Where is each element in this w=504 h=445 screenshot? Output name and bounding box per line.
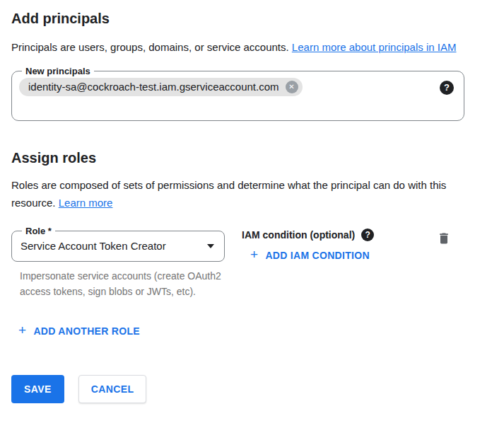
chip-remove-icon[interactable]: ✕ <box>286 81 298 93</box>
principals-help-icon[interactable]: ? <box>440 81 454 95</box>
trash-icon <box>437 231 451 245</box>
iam-condition-help-icon[interactable]: ? <box>361 229 374 241</box>
principal-chip: identity-sa@cockroach-test.iam.gservicea… <box>19 78 303 96</box>
actions-row: SAVE CANCEL <box>11 375 493 403</box>
intro-paragraph: Principals are users, groups, domains, o… <box>11 38 474 56</box>
add-iam-condition-label: ADD IAM CONDITION <box>265 250 369 261</box>
role-value: Service Account Token Creator <box>20 238 166 254</box>
role-select-row[interactable]: Service Account Token Creator <box>19 236 216 254</box>
new-principals-label: New principals <box>22 66 94 76</box>
iam-condition-column: IAM condition (optional) ? + ADD IAM CON… <box>242 226 375 266</box>
learn-more-principals-link[interactable]: Learn more about principals in IAM <box>292 41 457 53</box>
plus-icon: + <box>250 248 258 261</box>
delete-role-column <box>435 230 452 248</box>
role-helper-text: Impersonate service accounts (create OAu… <box>20 268 223 299</box>
add-iam-condition-button[interactable]: + ADD IAM CONDITION <box>245 245 375 266</box>
save-button[interactable]: SAVE <box>11 375 64 403</box>
dropdown-caret-icon <box>207 244 214 248</box>
role-label: Role * <box>22 226 55 236</box>
role-column: Role * Service Account Token Creator Imp… <box>11 226 225 299</box>
new-principals-field[interactable]: New principals identity-sa@cockroach-tes… <box>11 66 464 121</box>
add-principals-panel: Add principals Principals are users, gro… <box>0 0 504 403</box>
delete-role-button[interactable] <box>435 230 452 247</box>
roles-description-paragraph: Roles are composed of sets of permission… <box>11 176 474 212</box>
add-another-role-label: ADD ANOTHER ROLE <box>33 325 140 337</box>
cancel-button[interactable]: CANCEL <box>78 375 147 403</box>
assign-roles-title: Assign roles <box>11 149 493 166</box>
learn-more-link[interactable]: Learn more <box>59 197 113 209</box>
page-title: Add principals <box>11 10 493 27</box>
role-row: Role * Service Account Token Creator Imp… <box>11 226 493 299</box>
new-principals-input[interactable]: identity-sa@cockroach-test.iam.gservicea… <box>19 78 454 110</box>
intro-text: Principals are users, groups, domains, o… <box>11 41 289 53</box>
add-another-role-button[interactable]: + ADD ANOTHER ROLE <box>13 320 146 342</box>
iam-condition-label: IAM condition (optional) <box>242 228 355 242</box>
role-select[interactable]: Role * Service Account Token Creator <box>11 226 225 262</box>
principal-chip-label: identity-sa@cockroach-test.iam.gservicea… <box>28 80 279 94</box>
plus-icon: + <box>18 324 26 337</box>
iam-condition-label-row: IAM condition (optional) ? <box>242 228 375 242</box>
